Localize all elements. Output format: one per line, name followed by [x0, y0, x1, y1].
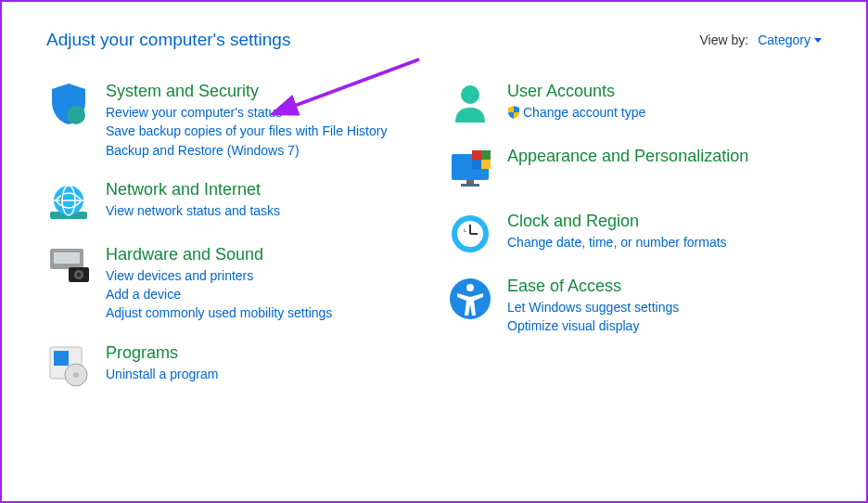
viewby-dropdown[interactable]: Category: [758, 32, 822, 47]
svg-rect-11: [54, 351, 69, 366]
accessibility-icon: [448, 277, 492, 321]
globe-icon: [46, 180, 91, 225]
user-icon: [448, 82, 492, 126]
printer-camera-icon: [46, 245, 91, 290]
chevron-down-icon: [814, 38, 822, 43]
link-change-account-type[interactable]: Change account type: [507, 103, 645, 122]
header: Adjust your computer's settings View by:…: [2, 2, 866, 59]
page-title: Adjust your computer's settings: [46, 30, 290, 50]
svg-rect-20: [472, 160, 481, 169]
category-network-internet: Network and Internet View network status…: [46, 180, 420, 225]
link-optimize-display[interactable]: Optimize visual display: [507, 316, 679, 335]
category-title-ease-access[interactable]: Ease of Access: [507, 277, 679, 296]
category-ease-access: Ease of Access Let Windows suggest setti…: [448, 277, 822, 336]
svg-point-0: [67, 106, 85, 124]
svg-rect-18: [472, 150, 481, 160]
link-review-status[interactable]: Review your computer's status: [106, 103, 387, 122]
link-network-status[interactable]: View network status and tasks: [106, 201, 280, 220]
link-date-time-formats[interactable]: Change date, time, or number formats: [507, 233, 727, 252]
category-title-system-security[interactable]: System and Security: [106, 82, 387, 101]
category-appearance-personalization: Appearance and Personalization: [448, 147, 822, 191]
svg-point-28: [466, 284, 474, 291]
link-uninstall-program[interactable]: Uninstall a program: [106, 365, 218, 383]
svg-point-9: [77, 272, 82, 277]
svg-rect-16: [466, 180, 474, 184]
category-title-programs[interactable]: Programs: [106, 343, 218, 363]
link-file-history[interactable]: Save backup copies of your files with Fi…: [106, 122, 387, 140]
category-programs: Programs Uninstall a program: [46, 343, 420, 388]
category-clock-region: L Clock and Region Change date, time, or…: [448, 212, 822, 256]
category-system-security: System and Security Review your computer…: [46, 82, 420, 160]
svg-rect-17: [461, 184, 479, 187]
category-hardware-sound: Hardware and Sound View devices and prin…: [46, 245, 420, 323]
right-column: User Accounts Change account type: [448, 82, 822, 408]
svg-rect-21: [481, 160, 491, 169]
category-user-accounts: User Accounts Change account type: [448, 82, 822, 126]
link-suggest-settings[interactable]: Let Windows suggest settings: [507, 298, 679, 316]
programs-icon: [46, 343, 91, 388]
svg-rect-19: [481, 150, 491, 160]
category-title-hardware-sound[interactable]: Hardware and Sound: [106, 245, 332, 264]
viewby-control: View by: Category: [700, 32, 822, 47]
left-column: System and Security Review your computer…: [46, 82, 420, 408]
svg-point-14: [461, 85, 479, 104]
svg-rect-6: [54, 252, 80, 264]
shield-icon: [46, 82, 91, 126]
category-title-clock-region[interactable]: Clock and Region: [507, 212, 727, 231]
svg-point-13: [73, 372, 79, 378]
category-grid: System and Security Review your computer…: [2, 59, 866, 408]
viewby-value: Category: [758, 32, 811, 47]
category-title-appearance-personalization[interactable]: Appearance and Personalization: [507, 147, 748, 166]
category-title-network-internet[interactable]: Network and Internet: [106, 180, 280, 200]
link-backup-restore[interactable]: Backup and Restore (Windows 7): [106, 141, 387, 160]
monitor-icon: [448, 147, 492, 191]
link-devices-printers[interactable]: View devices and printers: [106, 266, 332, 285]
uac-shield-icon: [507, 106, 520, 119]
link-mobility-settings[interactable]: Adjust commonly used mobility settings: [106, 303, 332, 322]
viewby-label: View by:: [700, 32, 749, 47]
category-title-user-accounts[interactable]: User Accounts: [507, 82, 645, 101]
link-change-account-type-label: Change account type: [523, 103, 645, 122]
clock-icon: L: [448, 212, 492, 256]
link-add-device[interactable]: Add a device: [106, 285, 332, 303]
